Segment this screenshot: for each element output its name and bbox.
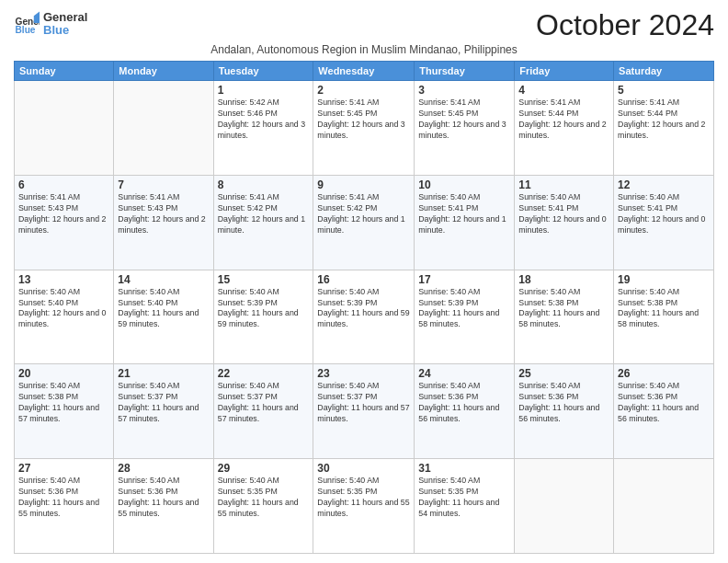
day-info: Sunrise: 5:40 AM Sunset: 5:41 PM Dayligh…	[618, 192, 710, 236]
day-info: Sunrise: 5:41 AM Sunset: 5:43 PM Dayligh…	[118, 192, 209, 236]
day-info: Sunrise: 5:40 AM Sunset: 5:39 PM Dayligh…	[317, 287, 410, 331]
day-info: Sunrise: 5:40 AM Sunset: 5:35 PM Dayligh…	[418, 476, 510, 520]
day-info: Sunrise: 5:40 AM Sunset: 5:38 PM Dayligh…	[618, 287, 710, 331]
day-number: 28	[118, 462, 209, 475]
day-info: Sunrise: 5:40 AM Sunset: 5:41 PM Dayligh…	[418, 192, 510, 236]
calendar-table: Sunday Monday Tuesday Wednesday Thursday…	[14, 61, 714, 554]
day-number: 22	[218, 367, 310, 380]
calendar-cell: 1Sunrise: 5:42 AM Sunset: 5:46 PM Daylig…	[213, 81, 313, 176]
col-friday: Friday	[515, 62, 614, 81]
calendar-cell: 3Sunrise: 5:41 AM Sunset: 5:45 PM Daylig…	[415, 81, 515, 176]
calendar-cell: 28Sunrise: 5:40 AM Sunset: 5:36 PM Dayli…	[114, 459, 213, 554]
col-monday: Monday	[114, 62, 213, 81]
day-info: Sunrise: 5:40 AM Sunset: 5:39 PM Dayligh…	[418, 287, 510, 331]
calendar-week-row: 20Sunrise: 5:40 AM Sunset: 5:38 PM Dayli…	[15, 364, 714, 459]
calendar-cell: 12Sunrise: 5:40 AM Sunset: 5:41 PM Dayli…	[614, 175, 714, 270]
day-number: 23	[317, 367, 410, 380]
day-info: Sunrise: 5:40 AM Sunset: 5:38 PM Dayligh…	[518, 287, 609, 331]
calendar-cell: 18Sunrise: 5:40 AM Sunset: 5:38 PM Dayli…	[515, 270, 614, 364]
day-number: 20	[18, 367, 109, 380]
calendar-week-row: 27Sunrise: 5:40 AM Sunset: 5:36 PM Dayli…	[15, 459, 714, 554]
calendar-week-row: 13Sunrise: 5:40 AM Sunset: 5:40 PM Dayli…	[15, 270, 714, 364]
day-info: Sunrise: 5:40 AM Sunset: 5:37 PM Dayligh…	[317, 381, 410, 425]
day-info: Sunrise: 5:41 AM Sunset: 5:42 PM Dayligh…	[218, 192, 310, 236]
col-tuesday: Tuesday	[213, 62, 313, 81]
calendar-cell: 15Sunrise: 5:40 AM Sunset: 5:39 PM Dayli…	[213, 270, 313, 364]
day-number: 30	[317, 462, 410, 475]
svg-text:Blue: Blue	[16, 25, 36, 35]
day-number: 4	[518, 84, 609, 97]
day-number: 16	[317, 273, 410, 286]
title-section: October 2024	[536, 9, 714, 41]
day-info: Sunrise: 5:40 AM Sunset: 5:40 PM Dayligh…	[118, 287, 209, 331]
calendar-cell: 19Sunrise: 5:40 AM Sunset: 5:38 PM Dayli…	[614, 270, 714, 364]
logo: General Blue General Blue	[14, 9, 87, 38]
month-title: October 2024	[536, 9, 714, 41]
col-saturday: Saturday	[614, 62, 714, 81]
day-number: 5	[618, 84, 710, 97]
day-info: Sunrise: 5:40 AM Sunset: 5:35 PM Dayligh…	[317, 476, 410, 520]
day-number: 19	[618, 273, 710, 286]
day-number: 9	[317, 178, 410, 191]
calendar-cell: 24Sunrise: 5:40 AM Sunset: 5:36 PM Dayli…	[415, 364, 515, 459]
day-number: 11	[518, 178, 609, 191]
day-info: Sunrise: 5:41 AM Sunset: 5:45 PM Dayligh…	[317, 98, 410, 142]
calendar-cell: 6Sunrise: 5:41 AM Sunset: 5:43 PM Daylig…	[15, 175, 114, 270]
calendar-cell: 23Sunrise: 5:40 AM Sunset: 5:37 PM Dayli…	[313, 364, 415, 459]
day-info: Sunrise: 5:40 AM Sunset: 5:37 PM Dayligh…	[218, 381, 310, 425]
calendar-cell: 14Sunrise: 5:40 AM Sunset: 5:40 PM Dayli…	[114, 270, 213, 364]
day-number: 14	[118, 273, 209, 286]
day-number: 13	[18, 273, 109, 286]
day-number: 1	[218, 84, 310, 97]
day-number: 8	[218, 178, 310, 191]
col-thursday: Thursday	[415, 62, 515, 81]
calendar-cell	[515, 459, 614, 554]
day-info: Sunrise: 5:40 AM Sunset: 5:37 PM Dayligh…	[118, 381, 209, 425]
page: General Blue General Blue October 2024 A…	[0, 0, 728, 563]
calendar-cell	[15, 81, 114, 176]
calendar-cell: 20Sunrise: 5:40 AM Sunset: 5:38 PM Dayli…	[15, 364, 114, 459]
calendar-cell: 26Sunrise: 5:40 AM Sunset: 5:36 PM Dayli…	[614, 364, 714, 459]
day-info: Sunrise: 5:40 AM Sunset: 5:41 PM Dayligh…	[518, 192, 609, 236]
calendar-cell: 16Sunrise: 5:40 AM Sunset: 5:39 PM Dayli…	[313, 270, 415, 364]
calendar-cell: 22Sunrise: 5:40 AM Sunset: 5:37 PM Dayli…	[213, 364, 313, 459]
calendar-cell: 9Sunrise: 5:41 AM Sunset: 5:42 PM Daylig…	[313, 175, 415, 270]
day-number: 17	[418, 273, 510, 286]
day-number: 7	[118, 178, 209, 191]
day-number: 29	[218, 462, 310, 475]
calendar-cell: 31Sunrise: 5:40 AM Sunset: 5:35 PM Dayli…	[415, 459, 515, 554]
svg-marker-2	[34, 12, 40, 23]
calendar-week-row: 1Sunrise: 5:42 AM Sunset: 5:46 PM Daylig…	[15, 81, 714, 176]
calendar-cell	[114, 81, 213, 176]
day-info: Sunrise: 5:40 AM Sunset: 5:36 PM Dayligh…	[118, 476, 209, 520]
day-number: 10	[418, 178, 510, 191]
day-number: 12	[618, 178, 710, 191]
calendar-cell: 21Sunrise: 5:40 AM Sunset: 5:37 PM Dayli…	[114, 364, 213, 459]
day-info: Sunrise: 5:40 AM Sunset: 5:39 PM Dayligh…	[218, 287, 310, 331]
subtitle: Andalan, Autonomous Region in Muslim Min…	[14, 43, 714, 56]
calendar-cell: 7Sunrise: 5:41 AM Sunset: 5:43 PM Daylig…	[114, 175, 213, 270]
calendar-cell: 17Sunrise: 5:40 AM Sunset: 5:39 PM Dayli…	[415, 270, 515, 364]
calendar-cell: 10Sunrise: 5:40 AM Sunset: 5:41 PM Dayli…	[415, 175, 515, 270]
day-info: Sunrise: 5:40 AM Sunset: 5:38 PM Dayligh…	[18, 381, 109, 425]
logo-line2: Blue	[43, 24, 87, 37]
header: General Blue General Blue October 2024	[14, 9, 714, 41]
col-sunday: Sunday	[15, 62, 114, 81]
calendar-cell: 11Sunrise: 5:40 AM Sunset: 5:41 PM Dayli…	[515, 175, 614, 270]
day-info: Sunrise: 5:40 AM Sunset: 5:36 PM Dayligh…	[418, 381, 510, 425]
day-number: 27	[18, 462, 109, 475]
calendar-cell	[614, 459, 714, 554]
calendar-cell: 4Sunrise: 5:41 AM Sunset: 5:44 PM Daylig…	[515, 81, 614, 176]
day-info: Sunrise: 5:40 AM Sunset: 5:35 PM Dayligh…	[218, 476, 310, 520]
day-info: Sunrise: 5:41 AM Sunset: 5:44 PM Dayligh…	[618, 98, 710, 142]
calendar-cell: 8Sunrise: 5:41 AM Sunset: 5:42 PM Daylig…	[213, 175, 313, 270]
day-number: 31	[418, 462, 510, 475]
calendar-cell: 2Sunrise: 5:41 AM Sunset: 5:45 PM Daylig…	[313, 81, 415, 176]
logo-line1: General	[43, 11, 87, 24]
day-number: 25	[518, 367, 609, 380]
day-info: Sunrise: 5:40 AM Sunset: 5:40 PM Dayligh…	[18, 287, 109, 331]
day-number: 18	[518, 273, 609, 286]
day-number: 21	[118, 367, 209, 380]
day-info: Sunrise: 5:42 AM Sunset: 5:46 PM Dayligh…	[218, 98, 310, 142]
day-info: Sunrise: 5:41 AM Sunset: 5:45 PM Dayligh…	[418, 98, 510, 142]
